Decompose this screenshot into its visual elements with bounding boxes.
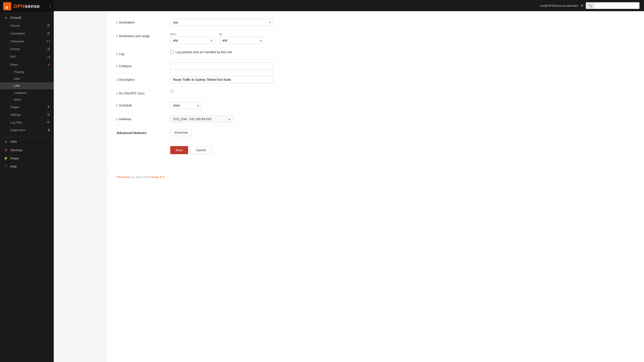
schedule-control: none xyxy=(170,102,345,109)
log-checkbox-label[interactable]: Log packets that are handled by this rul… xyxy=(176,50,232,54)
sidebar-item-logfiles[interactable]: Log Files 👁 xyxy=(0,119,54,126)
action-label-spacer xyxy=(116,144,166,146)
sidebar-item-firewall[interactable]: ● Firewall xyxy=(0,14,54,22)
log-control: Log packets that are handled by this rul… xyxy=(170,50,345,54)
sidebar-item-wan[interactable]: WAN xyxy=(0,96,54,103)
gateway-info-icon[interactable]: ℹ xyxy=(116,117,118,121)
category-info-icon[interactable]: ℹ xyxy=(116,64,118,68)
sidebar-item-floating[interactable]: Floating xyxy=(0,68,54,75)
sidebar-item-automation[interactable]: Automation ⚙ xyxy=(0,29,54,37)
to-select-wrapper: any xyxy=(220,37,264,44)
log-checkbox-row: Log packets that are handled by this rul… xyxy=(170,50,345,54)
schedule-select-wrapper: none xyxy=(170,102,202,109)
destination-label: Destination xyxy=(119,20,134,24)
description-input[interactable] xyxy=(170,76,273,83)
destination-info-icon[interactable]: ℹ xyxy=(116,21,118,24)
from-port-select[interactable]: any xyxy=(170,37,215,44)
firewall-icon: ● xyxy=(4,16,8,20)
description-row: ℹ Description xyxy=(116,73,345,87)
gateway-label: Gateway xyxy=(119,117,131,121)
connection-status-indicator xyxy=(581,4,583,7)
destination-control: any xyxy=(170,19,345,26)
log-checkbox[interactable] xyxy=(170,50,174,54)
services-icon: ⚙ xyxy=(4,148,8,152)
topbar: root@OPNsense.localdomain 🔍 xyxy=(54,0,644,11)
schedule-row: ℹ Schedule none xyxy=(116,99,345,112)
nat-icon: ⇄ xyxy=(47,55,50,59)
dest-port-info-icon[interactable]: ℹ xyxy=(116,34,118,38)
search-button[interactable]: 🔍 xyxy=(586,2,594,9)
dest-port-label: Destination port range xyxy=(119,34,150,38)
sidebar-item-power[interactable]: ⚡ Power xyxy=(0,154,54,162)
from-select-wrapper: any xyxy=(170,37,215,44)
schedule-label-col: ℹ Schedule xyxy=(116,102,166,107)
description-info-icon[interactable]: ℹ xyxy=(116,78,118,82)
advanced-label: Advanced features xyxy=(116,131,146,135)
description-control xyxy=(170,76,345,83)
sidebar-item-help[interactable]: ? Help xyxy=(0,162,54,170)
schedule-select[interactable]: none xyxy=(170,102,202,109)
action-buttons: Save Cancel xyxy=(170,144,345,154)
sidebar-item-shaper[interactable]: Shaper ▼ xyxy=(0,103,54,111)
diagnostics-icon: ✚ xyxy=(47,128,50,132)
form-container: ℹ Destination any ℹ Destination port ran… xyxy=(108,11,354,166)
sidebar-item-vpn[interactable]: ● VPN xyxy=(0,138,54,146)
rules-icon: ✔ xyxy=(47,62,50,67)
settings-icon: ⚙ xyxy=(47,112,50,117)
shaper-icon: ▼ xyxy=(46,105,50,109)
advanced-features-row: Advanced features Show/Hide xyxy=(116,126,345,139)
gateway-select[interactable]: SYD_Exit - 192.168.89.253 xyxy=(170,115,233,123)
save-button[interactable]: Save xyxy=(170,146,188,154)
no-xmlrpc-info-icon[interactable]: ℹ xyxy=(116,92,118,95)
to-port-field: to: any xyxy=(220,32,264,44)
destination-label-col: ℹ Destination xyxy=(116,19,166,24)
to-label: to: xyxy=(220,32,264,36)
dest-port-control: from: any to: any xyxy=(170,32,345,44)
advanced-label-col: Advanced features xyxy=(116,129,166,135)
no-xmlrpc-control xyxy=(170,90,345,93)
destination-select[interactable]: any xyxy=(170,19,273,26)
sidebar: 🔥 OPNsense ‹ ● Firewall Aliases ☰ Automa… xyxy=(0,0,54,362)
sidebar-item-settings[interactable]: Settings ⚙ xyxy=(0,111,54,119)
schedule-info-icon[interactable]: ℹ xyxy=(116,104,118,107)
log-row: ℹ Log Log packets that are handled by th… xyxy=(116,47,345,59)
sidebar-item-dmz[interactable]: DMZ xyxy=(0,75,54,82)
no-xmlrpc-checkbox[interactable] xyxy=(170,90,173,93)
category-input[interactable] xyxy=(170,62,273,70)
footer-opnsense: OPNsense xyxy=(116,175,130,179)
groups-icon: ⊞ xyxy=(47,47,50,51)
sidebar-item-aliases[interactable]: Aliases ☰ xyxy=(0,22,54,29)
description-label: Description xyxy=(119,78,134,81)
gateway-row: ℹ Gateway SYD_Exit - 192.168.89.253 xyxy=(116,112,345,126)
sidebar-item-lan[interactable]: LAN xyxy=(0,82,54,89)
svg-text:🔥: 🔥 xyxy=(4,4,10,9)
search-bar[interactable]: 🔍 xyxy=(586,2,640,9)
opnsense-logo-icon: 🔥 xyxy=(3,2,11,10)
search-input[interactable] xyxy=(594,3,639,9)
sidebar-item-nat[interactable]: NAT ⇄ xyxy=(0,53,54,61)
from-label: from: xyxy=(170,32,215,36)
footer-link[interactable]: Deciso B.V. xyxy=(150,175,165,179)
sidebar-item-loopback[interactable]: Loopback xyxy=(0,89,54,96)
dest-port-label-col: ℹ Destination port range xyxy=(116,32,166,38)
sidebar-header: 🔥 OPNsense ‹ xyxy=(0,0,54,13)
to-port-select[interactable]: any xyxy=(220,37,264,44)
sidebar-item-services[interactable]: ⚙ Services xyxy=(0,146,54,154)
sidebar-item-rules[interactable]: Rules ✔ xyxy=(0,61,54,68)
sidebar-item-groups[interactable]: Groups ⊞ xyxy=(0,45,54,53)
gateway-select-wrapper: SYD_Exit - 192.168.89.253 xyxy=(170,115,233,123)
collapse-button[interactable]: ‹ xyxy=(49,4,50,9)
sidebar-item-diagnostics[interactable]: Diagnostics ✚ xyxy=(0,126,54,134)
show-hide-button[interactable]: Show/Hide xyxy=(170,129,192,136)
log-info-icon[interactable]: ℹ xyxy=(116,52,118,56)
bottom-nav: ● VPN ⚙ Services ⚡ Power ? Help xyxy=(0,137,54,170)
action-buttons-row: Save Cancel xyxy=(116,139,345,157)
help-icon: ? xyxy=(4,164,8,168)
firewall-sub-menu: Aliases ☰ Automation ⚙ Categories 🏷 Grou… xyxy=(0,22,54,134)
cancel-button[interactable]: Cancel xyxy=(190,146,212,154)
sidebar-item-categories[interactable]: Categories 🏷 xyxy=(0,37,54,45)
vpn-icon: ● xyxy=(4,140,8,144)
category-label: Category xyxy=(119,64,132,68)
advanced-control: Show/Hide xyxy=(170,129,345,136)
no-xmlrpc-row: ℹ No XMLRPC Sync xyxy=(116,87,345,99)
